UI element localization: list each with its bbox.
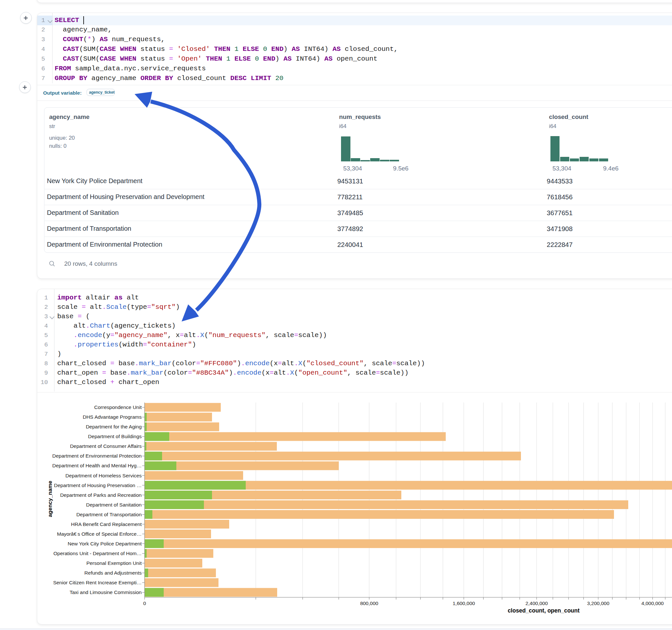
svg-text:Department of Health and Menta: Department of Health and Mental Hyg… [52, 463, 142, 468]
svg-text:Taxi and Limousine Commission: Taxi and Limousine Commission [70, 589, 142, 595]
svg-text:Senior Citizen Rent Increase E: Senior Citizen Rent Increase Exempti… [53, 580, 142, 585]
svg-text:Department of Homeless Service: Department of Homeless Services [66, 473, 142, 478]
svg-text:DHS Advantage Programs: DHS Advantage Programs [83, 414, 142, 420]
svg-text:Operations Unit - Department o: Operations Unit - Department of Hom… [53, 551, 142, 556]
svg-text:Department of Parks and Recrea: Department of Parks and Recreation [60, 492, 142, 498]
svg-text:Department of Sanitation: Department of Sanitation [86, 502, 142, 508]
svg-text:0: 0 [143, 601, 146, 606]
svg-text:New York City Police Departmen: New York City Police Department [68, 541, 142, 547]
svg-text:2,400,000: 2,400,000 [526, 601, 548, 606]
svg-text:3,200,000: 3,200,000 [587, 601, 609, 606]
svg-text:Mayorâ€ s Office of Special En: Mayorâ€ s Office of Special Enforce… [57, 531, 142, 537]
svg-text:800,000: 800,000 [360, 601, 378, 606]
svg-text:1,600,000: 1,600,000 [453, 601, 475, 606]
svg-text:Department for the Aging: Department for the Aging [86, 424, 142, 429]
svg-text:Personal Exemption Unit: Personal Exemption Unit [86, 560, 142, 566]
svg-text:Department of Consumer Affairs: Department of Consumer Affairs [70, 443, 142, 449]
svg-text:4,000,000: 4,000,000 [642, 601, 664, 606]
svg-text:Refunds and Adjustments: Refunds and Adjustments [84, 570, 142, 576]
svg-text:Department of Environmental Pr: Department of Environmental Protection [52, 453, 142, 459]
svg-text:Department of Transportation: Department of Transportation [76, 512, 142, 517]
svg-text:agency_name: agency_name [47, 481, 53, 517]
svg-text:HRA Benefit Card Replacement: HRA Benefit Card Replacement [71, 522, 142, 527]
svg-text:closed_count, open_count: closed_count, open_count [508, 607, 580, 614]
svg-text:Department of Housing Preserva: Department of Housing Preservation … [54, 483, 142, 488]
svg-text:Correspondence Unit: Correspondence Unit [94, 405, 142, 410]
svg-text:Department of Buildings: Department of Buildings [88, 434, 142, 439]
